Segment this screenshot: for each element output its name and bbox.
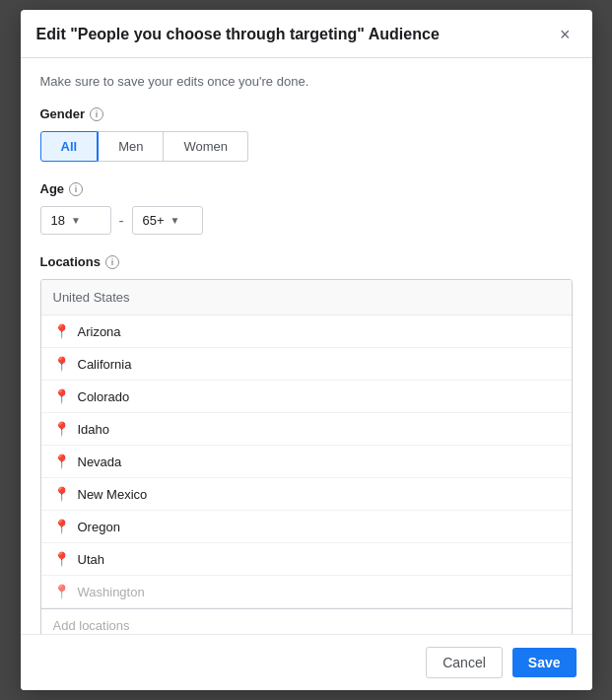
list-item: 📍 Arizona: [41, 315, 572, 348]
modal-overlay: Edit "People you choose through targetin…: [0, 0, 612, 700]
age-info-icon[interactable]: i: [69, 182, 83, 196]
location-name: Idaho: [78, 422, 110, 437]
age-section-label: Age i: [40, 181, 573, 196]
location-name: Arizona: [78, 324, 121, 339]
list-item: 📍 Nevada: [41, 446, 572, 478]
location-name: Colorado: [78, 389, 130, 404]
locations-box: United States 📍 Arizona 📍 California 📍 C…: [40, 279, 573, 634]
location-name: Washington: [78, 585, 145, 599]
locations-info-icon[interactable]: i: [105, 255, 119, 269]
location-name: Utah: [78, 552, 104, 567]
modal-title: Edit "People you choose through targetin…: [36, 26, 440, 43]
list-item: 📍 New Mexico: [41, 478, 572, 511]
location-name: California: [78, 357, 132, 372]
age-max-select[interactable]: 65+ ▼: [132, 206, 203, 235]
location-pin-icon: 📍: [53, 388, 70, 404]
close-button[interactable]: ×: [554, 24, 577, 45]
location-pin-icon: 📍: [53, 421, 70, 437]
age-min-value: 18: [51, 213, 65, 228]
locations-header: United States: [41, 280, 572, 315]
gender-men-button[interactable]: Men: [98, 131, 164, 162]
save-button[interactable]: Save: [512, 648, 577, 677]
locations-section-label: Locations i: [40, 254, 573, 269]
modal-subtitle: Make sure to save your edits once you're…: [40, 74, 573, 89]
age-separator: -: [119, 212, 124, 229]
modal-footer: Cancel Save: [21, 634, 592, 690]
locations-section: Locations i United States 📍 Arizona 📍 Ca…: [40, 254, 573, 634]
location-pin-icon: 📍: [53, 551, 70, 567]
location-pin-icon: 📍: [53, 356, 70, 372]
modal-header: Edit "People you choose through targetin…: [21, 10, 592, 58]
location-name: New Mexico: [78, 487, 148, 502]
age-max-value: 65+: [143, 213, 165, 228]
age-min-chevron: ▼: [71, 215, 81, 226]
location-pin-icon: 📍: [53, 323, 70, 339]
gender-button-group: All Men Women: [40, 131, 573, 162]
gender-info-icon[interactable]: i: [90, 107, 103, 121]
cancel-button[interactable]: Cancel: [426, 647, 503, 678]
modal-container: Edit "People you choose through targetin…: [21, 10, 592, 690]
location-pin-icon: 📍: [53, 584, 70, 599]
gender-section-label: Gender i: [40, 106, 573, 121]
list-item: 📍 Idaho: [41, 413, 572, 446]
gender-women-button[interactable]: Women: [164, 131, 248, 162]
age-row: 18 ▼ - 65+ ▼: [40, 206, 573, 235]
modal-body: Make sure to save your edits once you're…: [21, 58, 592, 634]
location-pin-icon: 📍: [53, 486, 70, 502]
add-locations-input[interactable]: [41, 608, 572, 634]
location-name: Oregon: [78, 520, 120, 534]
location-pin-icon: 📍: [53, 454, 70, 469]
list-item: 📍 Utah: [41, 543, 572, 576]
list-item: 📍 Oregon: [41, 511, 572, 543]
list-item: 📍 Washington: [41, 576, 572, 608]
age-min-select[interactable]: 18 ▼: [40, 206, 111, 235]
gender-all-button[interactable]: All: [40, 131, 99, 162]
list-item: 📍 California: [41, 348, 572, 381]
list-item: 📍 Colorado: [41, 381, 572, 413]
location-pin-icon: 📍: [53, 519, 70, 534]
location-name: Nevada: [78, 455, 122, 469]
age-max-chevron: ▼: [170, 215, 180, 226]
